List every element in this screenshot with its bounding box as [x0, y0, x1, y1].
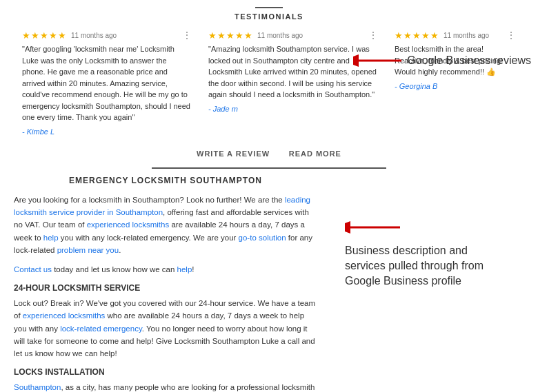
review-time-1: 11 months ago [71, 32, 182, 39]
review-card-3: ★★★★★ 11 months ago ⋮ Best locksmith in … [386, 30, 524, 136]
stars-3: ★★★★★ [395, 30, 439, 41]
red-arrow-desc-icon [345, 217, 400, 238]
intro-paragraph-2: Contact us today and let us know how we … [14, 263, 317, 276]
link-help2: help [177, 265, 192, 274]
subsection-title-24hr: 24-HOUR LOCKSMITH SERVICE [14, 283, 317, 293]
review-card-1: ★★★★★ 11 months ago ⋮ "After googling 'l… [14, 30, 200, 136]
annotation-desc-text: Business description andservices pulled … [345, 245, 484, 287]
link-problem: problem near you [57, 246, 119, 254]
reviews-row: ★★★★★ 11 months ago ⋮ "After googling 'l… [0, 30, 538, 136]
link-locksmiths-24: experienced locksmiths [23, 311, 106, 320]
main-content-wrapper: EMERGENCY LOCKSMITH SOUTHAMPTON Are you … [0, 176, 538, 393]
read-more-button[interactable]: READ MORE [281, 147, 350, 161]
review-author-3: - Georgina B [395, 82, 516, 90]
subsection-text-locks: Southampton, as a city, has many people … [14, 381, 317, 392]
review-time-3: 11 months ago [444, 32, 506, 39]
page-container: TESTIMONIALS ★★★★★ 11 months ago ⋮ "Afte… [0, 0, 538, 392]
link-southampton: Southampton [14, 383, 61, 391]
review-time-2: 11 months ago [257, 32, 368, 39]
subsection-title-locks: LOCKS INSTALLATION [14, 367, 317, 377]
write-review-button[interactable]: WRITE A REVIEW [188, 147, 278, 161]
intro-paragraph-1: Are you looking for a locksmith in South… [14, 194, 317, 257]
right-annotation: Business description andservices pulled … [331, 176, 538, 393]
action-buttons: WRITE A REVIEW READ MORE [152, 147, 386, 169]
red-arrow-reviews-icon [353, 50, 401, 71]
review-menu-1[interactable]: ⋮ [182, 30, 192, 41]
testimonials-title: TESTIMONIALS [235, 12, 303, 21]
review-author-2: - Jade m [208, 105, 378, 113]
link-goto: go-to solution [239, 234, 286, 242]
annotation-reviews-text: Google Business reviews [407, 54, 531, 68]
review-menu-2[interactable]: ⋮ [368, 30, 378, 41]
link-emergency: lock-related emergency [60, 324, 142, 333]
review-meta-3: ★★★★★ 11 months ago ⋮ [395, 30, 516, 41]
stars-1: ★★★★★ [22, 30, 67, 41]
link-contact: Contact us [14, 265, 52, 274]
review-author-1: - Kimbe L [22, 127, 192, 136]
link-leading: leading locksmith service provider in So… [14, 196, 310, 216]
testimonials-header: TESTIMONIALS [0, 7, 538, 21]
subsection-text-24hr: Lock out? Break in? We've got you covere… [14, 297, 317, 360]
review-meta-1: ★★★★★ 11 months ago ⋮ [22, 30, 192, 41]
review-card-2: ★★★★★ 11 months ago ⋮ "Amazing locksmith… [200, 30, 386, 136]
review-text-1: "After googling 'locksmith near me' Lock… [22, 43, 192, 123]
section-title: EMERGENCY LOCKSMITH SOUTHAMPTON [14, 176, 317, 185]
link-experienced: experienced locksmiths [87, 220, 170, 229]
review-meta-2: ★★★★★ 11 months ago ⋮ [208, 30, 378, 41]
review-menu-3[interactable]: ⋮ [506, 30, 516, 41]
review-text-2: "Amazing locksmith Southampton service. … [208, 43, 378, 101]
testimonials-divider [255, 7, 283, 8]
main-content: EMERGENCY LOCKSMITH SOUTHAMPTON Are you … [0, 176, 331, 393]
reviews-annotation: Google Business reviews [353, 50, 531, 71]
stars-2: ★★★★★ [208, 30, 253, 41]
link-help: help [43, 234, 59, 242]
